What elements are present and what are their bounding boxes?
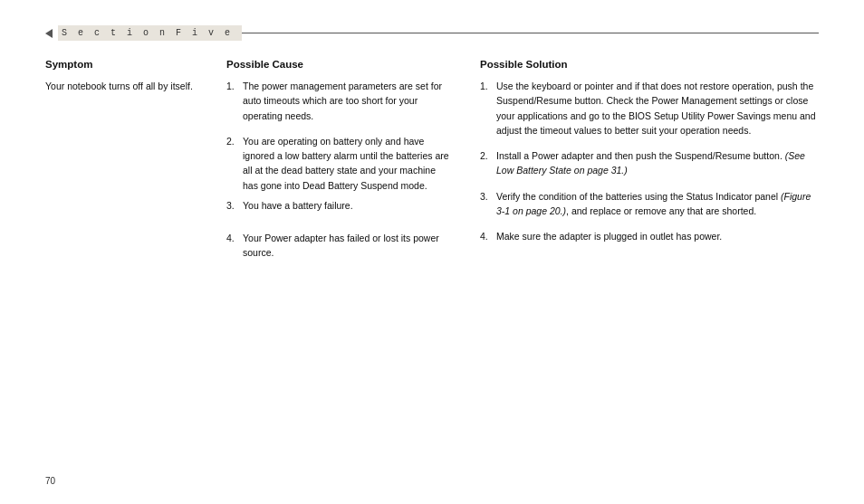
solution-list: 1. Use the keyboard or pointer and if th…	[480, 79, 819, 243]
symptom-text: Your notebook turns off all by itself.	[45, 79, 199, 93]
list-item: 1. Use the keyboard or pointer and if th…	[480, 79, 819, 138]
possible-cause-column: Possible Cause 1. The power management p…	[226, 59, 480, 468]
item-number: 2.	[480, 148, 496, 163]
possible-cause-body: 1. The power management parameters are s…	[226, 79, 453, 261]
item-number: 3.	[480, 189, 496, 204]
list-item: 2. Install a Power adapter and then push…	[480, 148, 819, 178]
list-item: 3. Verify the condition of the batteries…	[480, 189, 819, 219]
symptom-body: Your notebook turns off all by itself.	[45, 79, 199, 93]
italic-text: (See Low Battery State on page 31.)	[496, 150, 805, 176]
item-number: 3.	[226, 198, 243, 213]
item-text: The power management parameters are set …	[243, 79, 453, 123]
list-item: 1. The power management parameters are s…	[226, 79, 453, 123]
possible-solution-body: 1. Use the keyboard or pointer and if th…	[480, 79, 819, 243]
possible-cause-header: Possible Cause	[226, 59, 453, 70]
list-item: 2. You are operating on battery only and…	[226, 134, 453, 193]
header-rule	[242, 33, 819, 33]
page-footer: 70	[45, 476, 55, 486]
cause-list: 1. The power management parameters are s…	[226, 79, 453, 261]
item-number: 2.	[226, 134, 243, 148]
item-text: Use the keyboard or pointer and if that …	[496, 79, 819, 138]
item-number: 1.	[480, 79, 496, 93]
item-number: 4.	[480, 229, 496, 243]
possible-solution-column: Possible Solution 1. Use the keyboard or…	[480, 59, 819, 468]
content-area: Symptom Your notebook turns off all by i…	[45, 59, 819, 468]
page: S e c t i o n F i v e Symptom Your noteb…	[0, 0, 864, 504]
item-text: Verify the condition of the batteries us…	[496, 189, 819, 219]
item-number: 4.	[226, 231, 243, 245]
item-number: 1.	[226, 79, 243, 93]
header-arrow-icon	[45, 29, 53, 38]
page-header: S e c t i o n F i v e	[45, 25, 819, 41]
item-text: Install a Power adapter and then push th…	[496, 148, 819, 178]
possible-solution-header: Possible Solution	[480, 59, 819, 70]
list-item: 3. You have a battery failure.	[226, 198, 453, 213]
page-number: 70	[45, 476, 55, 486]
list-item: 4. Your Power adapter has failed or lost…	[226, 231, 453, 261]
symptom-column: Symptom Your notebook turns off all by i…	[45, 59, 226, 468]
item-text: Your Power adapter has failed or lost it…	[243, 231, 453, 261]
section-label: S e c t i o n F i v e	[58, 25, 242, 41]
item-text: You have a battery failure.	[243, 198, 453, 213]
item-text: Make sure the adapter is plugged in outl…	[496, 229, 819, 243]
italic-text: (Figure 3-1 on page 20.)	[496, 191, 811, 216]
list-item: 4. Make sure the adapter is plugged in o…	[480, 229, 819, 243]
symptom-header: Symptom	[45, 59, 199, 70]
item-text: You are operating on battery only and ha…	[243, 134, 453, 193]
